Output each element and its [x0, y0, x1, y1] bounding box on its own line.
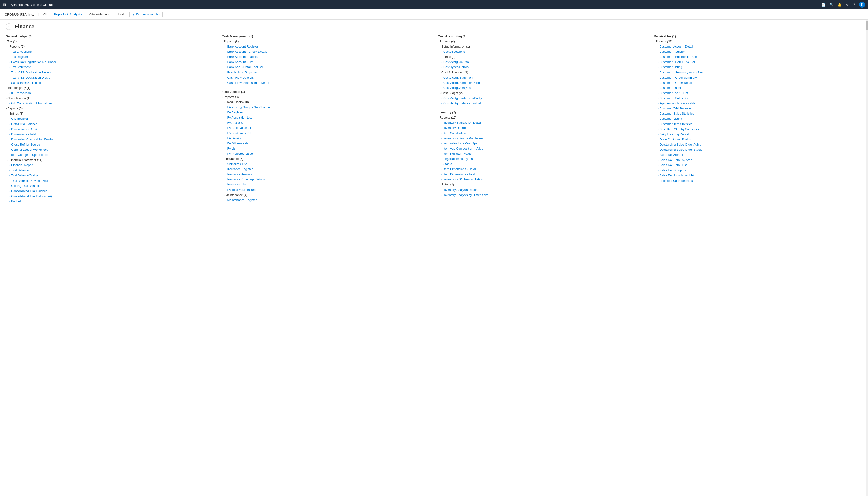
search-icon[interactable]: 🔍 [829, 3, 834, 6]
nav-link-item[interactable]: - Closing Trial Balance [5, 183, 214, 188]
nav-link-item[interactable]: - Outstanding Sales Order Aging [654, 142, 863, 147]
nav-link-item[interactable]: - Uninsured FAs [222, 161, 430, 167]
nav-link-item[interactable]: - FA G/L Analysis [222, 141, 430, 146]
nav-link-item[interactable]: - Insurance List [222, 182, 430, 187]
nav-link-item[interactable]: - Cost Acctg. Stmt. per Period [438, 80, 646, 86]
scrollbar[interactable] [866, 20, 868, 210]
nav-link-item[interactable]: - Dimensions - Detail [5, 127, 214, 132]
nav-link-item[interactable]: - Trial Balance [5, 168, 214, 173]
nav-link-item[interactable]: - Cash Flow Dimensions - Detail [222, 80, 430, 86]
nav-link-item[interactable]: - Inventory Transaction Detail [438, 120, 646, 125]
nav-link-item[interactable]: - Sales Tax Area List [654, 152, 863, 157]
nav-link-item[interactable]: - Item Substitutions [438, 131, 646, 136]
nav-link-item[interactable]: - FA Total Value Insured [222, 187, 430, 192]
bell-icon[interactable]: 🔔 [838, 3, 842, 6]
nav-link-item[interactable]: - Dimension Check Value Posting [5, 137, 214, 142]
nav-link-item[interactable]: - Sales Tax Detail List [654, 162, 863, 168]
nav-link-item[interactable]: - Cost Acctg. Statement/Budget [438, 96, 646, 101]
nav-link-item[interactable]: - Status [438, 161, 646, 167]
nav-link-item[interactable]: - Sales Taxes Collected [5, 80, 214, 86]
help-icon[interactable]: ? [853, 3, 855, 6]
nav-link-item[interactable]: - Batch Tax Registration No. Check [5, 60, 214, 65]
nav-link-item[interactable]: - Cost Acctg. Balance/Budget [438, 101, 646, 106]
nav-link-item[interactable]: - FA Details [222, 136, 430, 141]
nav-link-item[interactable]: - Physical Inventory List [438, 156, 646, 161]
nav-link-item[interactable]: - Customer - Order Detail [654, 80, 863, 86]
tab-administration[interactable]: Administration [86, 9, 112, 19]
nav-link-item[interactable]: - Outstanding Sales Order Status [654, 147, 863, 152]
nav-link-item[interactable]: - Detail Trial Balance [5, 122, 214, 127]
tab-find[interactable]: Find [114, 9, 127, 19]
more-options[interactable]: ... [165, 12, 171, 17]
nav-link-item[interactable]: - FA Acquisition List [222, 115, 430, 120]
nav-link-item[interactable]: - Customer Register [654, 49, 863, 55]
nav-link-item[interactable]: - Tax Statement [5, 65, 214, 70]
nav-link-item[interactable]: - FA List [222, 146, 430, 151]
nav-link-item[interactable]: - Receivables-Payables [222, 70, 430, 75]
nav-link-item[interactable]: - Customer Sales Statistics [654, 111, 863, 116]
nav-link-item[interactable]: - Dimensions - Total [5, 132, 214, 137]
nav-link-item[interactable]: - Tax Register [5, 55, 214, 60]
nav-link-item[interactable]: - Sales Tax Group List [654, 168, 863, 173]
nav-link-item[interactable]: - Customer Listing [654, 65, 863, 70]
back-button[interactable]: ← [5, 23, 12, 30]
scroll-thumb[interactable] [866, 20, 868, 30]
nav-link-item[interactable]: - Customer - Summary Aging Simp. [654, 70, 863, 75]
nav-link-item[interactable]: - Insurance Analysis [222, 172, 430, 177]
nav-link-item[interactable]: - Bank Account - Labels [222, 55, 430, 60]
nav-link-item[interactable]: - Financial Report [5, 162, 214, 168]
nav-link-item[interactable]: - Item Register - Value [438, 151, 646, 156]
nav-link-item[interactable]: - Insurance Coverage Details [222, 177, 430, 182]
tab-reports-analysis[interactable]: Reports & Analysis [50, 9, 86, 19]
nav-link-item[interactable]: - Inventory Analysis Reports [438, 187, 646, 192]
nav-link-item[interactable]: - Bank Account - Check Details [222, 49, 430, 55]
nav-link-item[interactable]: - Tax- VIES Declaration Tax Auth [5, 70, 214, 75]
nav-link-item[interactable]: - Maintenance Register [222, 198, 430, 203]
nav-link-item[interactable]: - Insurance Register [222, 167, 430, 172]
nav-link-item[interactable]: - Item Age Composition - Value [438, 146, 646, 151]
nav-link-item[interactable]: - FA Analysis [222, 120, 430, 125]
nav-link-item[interactable]: - G/L Register [5, 116, 214, 121]
nav-link-item[interactable]: - Customer Trial Balance [654, 106, 863, 111]
nav-link-item[interactable]: - Customer - Balance to Date [654, 55, 863, 60]
nav-link-item[interactable]: - Budget [5, 199, 214, 204]
nav-link-item[interactable]: - Trial Balance/Previous Year [5, 178, 214, 183]
nav-link-item[interactable]: - FA Book Value 02 [222, 131, 430, 136]
nav-link-item[interactable]: - Tax Exceptions [5, 49, 214, 55]
nav-link-item[interactable]: - Cross Ref. by Source [5, 142, 214, 147]
avatar[interactable]: K [859, 2, 865, 8]
nav-link-item[interactable]: - Inventory Reorders [438, 125, 646, 130]
nav-link-item[interactable]: - Sales Tax Detail by Area [654, 157, 863, 162]
nav-link-item[interactable]: - Cust./Item Stat. by Salespers. [654, 127, 863, 132]
nav-link-item[interactable]: - Item Dimensions - Total [438, 172, 646, 177]
nav-link-item[interactable]: - Bank Account Register [222, 44, 430, 49]
nav-link-item[interactable]: - Daily Invoicing Report [654, 132, 863, 137]
nav-link-item[interactable]: - Invt. Valuation - Cost Spec. [438, 141, 646, 146]
nav-link-item[interactable]: - FA Projected Value [222, 151, 430, 156]
nav-link-item[interactable]: - Open Customer Entries [654, 137, 863, 142]
gear-icon[interactable]: ⚙ [846, 3, 849, 6]
nav-link-item[interactable]: - Projected Cash Receipts [654, 178, 863, 183]
nav-link-item[interactable]: - Bank Account - List [222, 60, 430, 65]
nav-link-item[interactable]: - Bank Acc. - Detail Trial Bal. [222, 65, 430, 70]
nav-link-item[interactable]: - Customer/Item Statistics [654, 122, 863, 127]
nav-link-item[interactable]: - Cost Acctg. Journal [438, 60, 646, 65]
nav-link-item[interactable]: - Cost Acctg. Statement [438, 75, 646, 80]
nav-link-item[interactable]: - General Ledger Worksheet [5, 147, 214, 152]
nav-link-item[interactable]: - Customer Labels [654, 86, 863, 91]
company-name[interactable]: CRONUS USA, Inc. [5, 13, 34, 16]
nav-link-item[interactable]: - Customer Listing [654, 116, 863, 121]
nav-link-item[interactable]: - Cost Allocations [438, 49, 646, 55]
nav-link-item[interactable]: - Cash Flow Date List [222, 75, 430, 80]
nav-link-item[interactable]: - FA Register [222, 110, 430, 115]
nav-link-item[interactable]: - Customer - Sales List [654, 96, 863, 101]
nav-link-item[interactable]: - Inventory Analysis by Dimensions [438, 192, 646, 198]
nav-link-item[interactable]: - Item Dimensions - Detail [438, 167, 646, 172]
document-icon[interactable]: 📄 [821, 3, 825, 6]
nav-link-item[interactable]: - Inventory - Vendor Purchases [438, 136, 646, 141]
nav-link-item[interactable]: - FA Posting Group - Net Change [222, 105, 430, 110]
nav-link-item[interactable]: - Cost Types Details [438, 65, 646, 70]
nav-link-item[interactable]: - Aged Accounts Receivable [654, 101, 863, 106]
nav-link-item[interactable]: - Inventory - G/L Reconciliation [438, 177, 646, 182]
explore-more-button[interactable]: ⊞ Explore more roles [130, 12, 163, 17]
